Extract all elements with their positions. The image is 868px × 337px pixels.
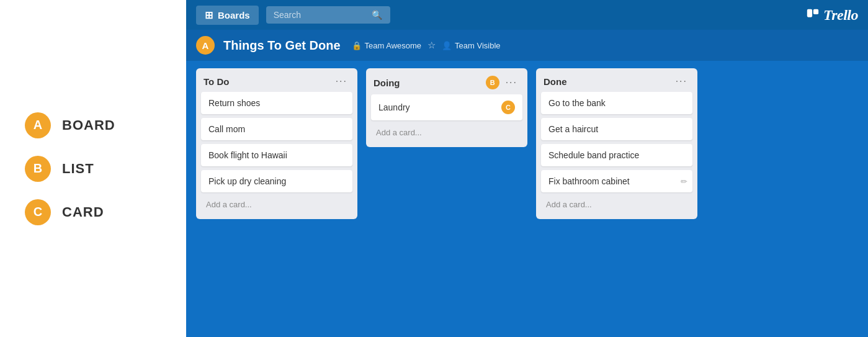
list-done-menu-button[interactable]: ···	[673, 76, 690, 87]
trello-logo: Trello	[806, 7, 858, 24]
lists-area: To Do ··· Return shoes Call mom Book fli…	[186, 61, 868, 337]
list-doing-header: Doing B ···	[371, 73, 522, 94]
card-text: Laundry	[378, 102, 410, 112]
search-bar[interactable]: 🔍	[266, 6, 390, 24]
legend-label-board: BOARD	[62, 117, 115, 133]
board-badge: A	[196, 36, 215, 55]
card-c-badge: C	[501, 101, 515, 114]
list-doing-badge: B	[486, 76, 499, 89]
search-input[interactable]	[274, 10, 367, 20]
card-dry-cleaning[interactable]: Pick up dry cleaning	[201, 170, 352, 192]
list-todo-title: To Do	[204, 76, 229, 87]
team-awesome-item[interactable]: 🔒 Team Awesome	[352, 41, 422, 50]
card-go-to-bank[interactable]: Go to the bank	[541, 92, 692, 114]
boards-label: Boards	[218, 10, 250, 20]
svg-rect-0	[807, 9, 812, 17]
search-icon: 🔍	[372, 10, 382, 20]
list-doing-menu-button[interactable]: ···	[503, 77, 520, 88]
card-laundry[interactable]: Laundry C	[371, 94, 522, 120]
legend-label-list: LIST	[62, 161, 94, 177]
boards-button[interactable]: ⊞ Boards	[196, 6, 259, 25]
card-call-mom[interactable]: Call mom	[201, 118, 352, 140]
edit-icon: ✏	[681, 177, 687, 186]
svg-rect-1	[813, 9, 818, 14]
trello-panel: ⊞ Boards 🔍 Trello A Things To Get Done 🔒…	[186, 0, 868, 337]
add-card-doing-button[interactable]: Add a card...	[371, 124, 522, 141]
card-text: Go to the bank	[548, 98, 606, 108]
card-haircut[interactable]: Get a haircut	[541, 118, 692, 140]
star-icon[interactable]: ☆	[427, 40, 436, 51]
add-card-todo-button[interactable]: Add a card...	[201, 196, 352, 213]
logo-text: Trello	[823, 7, 858, 24]
lock-icon: 🔒	[352, 41, 362, 50]
list-done-header: Done ···	[541, 73, 692, 92]
legend-item-card: C CARD	[25, 199, 161, 225]
list-done-title: Done	[544, 76, 567, 87]
team-awesome-label: Team Awesome	[365, 41, 422, 50]
add-card-done-button[interactable]: Add a card...	[541, 196, 692, 213]
list-todo-header: To Do ···	[201, 73, 352, 92]
card-text: Schedule band practice	[548, 150, 639, 160]
card-text: Fix bathroom cabinet	[548, 176, 630, 186]
board-meta: 🔒 Team Awesome ☆ 👤 Team Visible	[352, 40, 501, 51]
list-doing-title: Doing	[374, 78, 400, 88]
list-done: Done ··· Go to the bank Get a haircut Sc…	[536, 68, 697, 219]
trello-logo-icon	[806, 8, 820, 22]
list-todo-menu-button[interactable]: ···	[333, 76, 350, 87]
list-doing: Doing B ··· Laundry C Add a card...	[366, 68, 527, 147]
boards-icon: ⊞	[205, 9, 213, 21]
list-todo: To Do ··· Return shoes Call mom Book fli…	[196, 68, 357, 219]
legend-item-list: B LIST	[25, 156, 161, 182]
topbar: ⊞ Boards 🔍 Trello	[186, 0, 868, 30]
legend-badge-c: C	[25, 199, 51, 225]
legend-item-board: A BOARD	[25, 112, 161, 138]
card-text: Book flight to Hawaii	[208, 150, 287, 160]
card-text: Get a haircut	[548, 124, 598, 134]
card-band-practice[interactable]: Schedule band practice	[541, 144, 692, 166]
card-text: Pick up dry cleaning	[208, 176, 286, 186]
board-header: A Things To Get Done 🔒 Team Awesome ☆ 👤 …	[186, 30, 868, 61]
card-text: Call mom	[208, 124, 245, 134]
card-return-shoes[interactable]: Return shoes	[201, 92, 352, 114]
team-visible-label: Team Visible	[455, 41, 500, 50]
card-bathroom-cabinet[interactable]: Fix bathroom cabinet ✏	[541, 170, 692, 192]
legend-badge-b: B	[25, 156, 51, 182]
board-title: Things To Get Done	[223, 38, 341, 53]
team-visible-item[interactable]: 👤 Team Visible	[442, 41, 500, 50]
legend-label-card: CARD	[62, 204, 104, 220]
legend-badge-a: A	[25, 112, 51, 138]
card-book-flight[interactable]: Book flight to Hawaii	[201, 144, 352, 166]
legend-panel: A BOARD B LIST C CARD	[0, 0, 186, 337]
card-text: Return shoes	[208, 98, 260, 108]
person-icon: 👤	[442, 41, 452, 50]
